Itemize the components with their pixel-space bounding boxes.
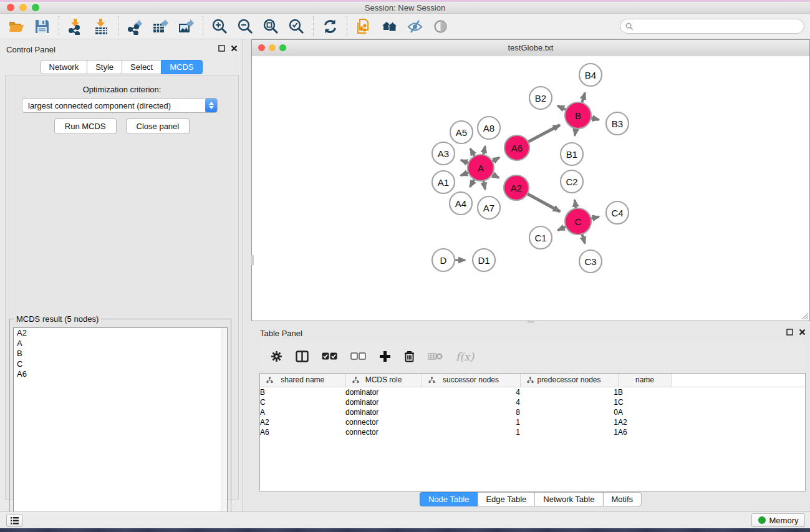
deselect-all-icon[interactable] (350, 352, 366, 360)
show-view-icon[interactable] (432, 18, 449, 35)
node-A5[interactable]: A5 (450, 121, 473, 143)
column-header-name[interactable]: name (618, 374, 672, 387)
search-field[interactable] (620, 19, 804, 34)
float-panel-icon[interactable] (218, 45, 225, 52)
cell-shared-name[interactable]: A2 (260, 417, 345, 427)
network-graph[interactable]: B4B2BB3A5A8A6B1A3AC2A1A2A4A7C4CC1C3DD1 (252, 56, 809, 321)
network-window-titlebar[interactable]: testGlobe.txt (252, 40, 809, 56)
column-header-predecessor-nodes[interactable]: predecessor nodes (520, 374, 618, 387)
node-A[interactable]: A (468, 155, 494, 181)
function-builder-icon[interactable]: f(x) (456, 351, 474, 363)
node-A3[interactable]: A3 (432, 142, 455, 165)
tab-network-table[interactable]: Network Table (534, 492, 603, 506)
export-network-icon[interactable] (127, 18, 143, 35)
table-row[interactable]: Bdominator41B (260, 387, 806, 397)
edge-A-A1[interactable] (461, 173, 468, 176)
optimization-criterion-select[interactable]: largest connected component (directed) (22, 98, 218, 113)
float-panel-icon[interactable] (786, 329, 793, 336)
tab-select[interactable]: Select (122, 60, 162, 74)
cell-predecessor-nodes[interactable]: 1 (520, 387, 618, 397)
cell-name[interactable]: A6 (618, 427, 672, 437)
show-panels-button[interactable] (6, 514, 23, 527)
node-B2[interactable]: B2 (529, 87, 552, 109)
edge-C-C4[interactable] (591, 217, 599, 219)
edge-A-A2[interactable] (492, 174, 499, 178)
edge-C-C2[interactable] (575, 200, 576, 209)
mcds-result-list[interactable]: A2ABCA6 (13, 327, 228, 530)
column-header-successor-nodes[interactable]: successor nodes (422, 374, 520, 387)
cell-shared-name[interactable]: A6 (260, 427, 345, 437)
clone-network-icon[interactable] (355, 18, 372, 35)
close-panel-button[interactable]: Close panel (126, 118, 190, 134)
zoom-selected-icon[interactable] (288, 18, 305, 35)
memory-button[interactable]: Memory (751, 513, 805, 527)
import-table-icon[interactable] (93, 18, 110, 35)
cell-name[interactable]: B (618, 387, 672, 397)
cell-successor-nodes[interactable]: 4 (422, 387, 520, 397)
import-network-icon[interactable] (67, 18, 84, 35)
settings-gear-icon[interactable] (271, 351, 282, 362)
cell-name[interactable]: A (618, 407, 672, 417)
node-B1[interactable]: B1 (561, 143, 583, 165)
mcds-result-item[interactable]: B (14, 349, 227, 359)
splitter-handle[interactable] (527, 320, 534, 323)
edge-A-A3[interactable] (461, 160, 468, 163)
node-A1[interactable]: A1 (432, 171, 455, 193)
node-D1[interactable]: D1 (473, 249, 495, 271)
node-C3[interactable]: C3 (579, 250, 602, 273)
cell-predecessor-nodes[interactable]: 1 (520, 397, 618, 407)
delete-column-icon[interactable] (404, 351, 415, 362)
edge-A6-B[interactable] (528, 125, 560, 142)
node-C4[interactable]: C4 (606, 201, 629, 224)
select-all-icon[interactable] (322, 352, 337, 360)
node-C[interactable]: C (565, 208, 591, 235)
mcds-result-item[interactable]: C (14, 359, 227, 370)
tab-mcds[interactable]: MCDS (161, 60, 202, 74)
mcds-result-item[interactable]: A2 (14, 328, 227, 339)
cell-MCDS-role[interactable]: dominator (345, 387, 422, 397)
save-session-icon[interactable] (34, 18, 51, 35)
cell-successor-nodes[interactable]: 4 (422, 397, 520, 407)
edge-A-A8[interactable] (483, 146, 485, 155)
node-A8[interactable]: A8 (478, 117, 500, 139)
node-table[interactable]: shared nameMCDS rolesuccessor nodesprede… (259, 373, 806, 491)
add-column-icon[interactable] (379, 351, 391, 362)
table-row[interactable]: Cdominator41C (260, 397, 806, 407)
edge-B-B3[interactable] (591, 118, 599, 120)
mcds-result-item[interactable]: A (14, 339, 227, 349)
node-B[interactable]: B (565, 102, 591, 128)
cell-predecessor-nodes[interactable]: 0 (520, 407, 618, 417)
mcds-result-item[interactable]: A6 (14, 369, 227, 380)
delete-table-icon[interactable] (428, 352, 443, 361)
column-header-MCDS-role[interactable]: MCDS role (345, 374, 422, 387)
node-A6[interactable]: A6 (504, 135, 529, 160)
edge-C-C3[interactable] (582, 234, 585, 243)
cell-shared-name[interactable]: B (260, 387, 345, 397)
node-A2[interactable]: A2 (504, 175, 529, 200)
table-row[interactable]: Adominator80A (260, 407, 806, 417)
tab-style[interactable]: Style (87, 60, 122, 74)
cell-predecessor-nodes[interactable]: 1 (520, 417, 618, 427)
cell-MCDS-role[interactable]: connector (345, 427, 422, 437)
cell-name[interactable]: C (618, 397, 672, 407)
search-input[interactable] (637, 22, 804, 31)
edge-B-B4[interactable] (582, 93, 585, 103)
tab-edge-table[interactable]: Edge Table (477, 492, 535, 506)
resize-grip-icon[interactable] (799, 311, 809, 320)
node-A7[interactable]: A7 (478, 196, 500, 219)
zoom-in-icon[interactable] (211, 18, 228, 35)
node-A4[interactable]: A4 (450, 192, 472, 215)
zoom-fit-icon[interactable] (263, 18, 279, 35)
node-B3[interactable]: B3 (606, 112, 629, 135)
edge-A-A7[interactable] (483, 181, 485, 190)
hide-panels-icon[interactable] (407, 18, 423, 35)
table-row[interactable]: A6connector11A6 (260, 427, 806, 437)
run-mcds-button[interactable]: Run MCDS (54, 118, 117, 134)
export-table-icon[interactable] (152, 18, 169, 35)
tab-network[interactable]: Network (40, 60, 87, 74)
export-image-icon[interactable] (178, 18, 195, 35)
cell-shared-name[interactable]: A (260, 407, 345, 417)
edge-B-B1[interactable] (575, 128, 576, 136)
column-header-shared-name[interactable]: shared name (260, 374, 345, 387)
open-session-icon[interactable] (8, 18, 25, 35)
